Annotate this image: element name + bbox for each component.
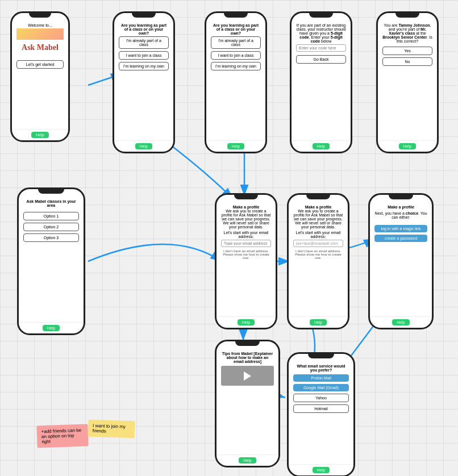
choice2-option1[interactable]: I'm already part of a class (211, 36, 261, 49)
phone-notch (308, 354, 334, 358)
video-placeholder[interactable] (221, 366, 274, 386)
phone-welcome: Welcome to... Ask Mabel Let's get starte… (10, 11, 70, 142)
profile1-no-email: I don't have an email address. Please sh… (221, 249, 271, 260)
go-back-button[interactable]: Go Back (296, 55, 346, 64)
phone-notch (132, 13, 156, 18)
tips-title: Tips from Mabel [Explainer about how to … (221, 352, 274, 364)
choice2-option3[interactable]: I'm learning on my own (211, 62, 261, 70)
welcome-banner (16, 28, 64, 40)
classes-title: Ask Mabel classes in your area (23, 199, 79, 207)
get-started-button[interactable]: Let's get started (16, 60, 64, 69)
phone-notch (395, 13, 419, 18)
fivedigit-desc: If you are part of an existing class, yo… (296, 23, 346, 43)
option1-button[interactable]: Option 1 (23, 212, 79, 220)
help-button-emailservice[interactable]: Help (313, 467, 330, 473)
hotmail-button[interactable]: Hotmail (293, 404, 349, 413)
help-button-classes[interactable]: Help (43, 325, 60, 331)
welcome-logo: Ask Mabel (22, 43, 59, 52)
magic-link-button[interactable]: log in with a magic link (374, 225, 427, 232)
help-button-welcome[interactable]: Help (31, 132, 48, 138)
phone-notch (234, 195, 258, 199)
phone-choice1: Are you learning as part of a class or o… (113, 11, 175, 153)
phone-emailservice: What email service would you prefer? Pro… (287, 352, 355, 476)
yahoo-button[interactable]: Yahoo (293, 394, 349, 402)
help-button-choice2[interactable]: Help (227, 143, 244, 149)
profile1-desc: We ask you to create a profile for Ask M… (221, 209, 271, 229)
phone-profile3: Make a profile Next, you have a choice. … (368, 193, 434, 329)
phone-notch (29, 13, 52, 18)
profile2-desc: We ask you to create a profile for Ask M… (293, 209, 343, 229)
profile2-title: Make a profile (305, 205, 332, 209)
phone-notch (224, 13, 248, 18)
play-icon (244, 371, 251, 381)
profile3-subtitle: Next, you have a choice. You can either: (374, 211, 427, 219)
choice1-option3[interactable]: I'm learning on my own (119, 62, 169, 70)
option2-button[interactable]: Option 2 (23, 223, 79, 231)
profile2-prompt: Let's start with your email address: (293, 231, 343, 239)
choice1-option1[interactable]: I'm already part of a class (119, 36, 169, 49)
phone-notch (309, 13, 333, 18)
sticky-pink-text: +add friends can be an option on top rig… (41, 428, 82, 444)
help-button-profile3[interactable]: Help (392, 319, 409, 325)
phone-notch (389, 195, 414, 199)
profile1-prompt: Let's start with your email address: (221, 231, 271, 239)
sticky-yellow-text: I want to join my friends (93, 423, 126, 434)
help-button-tips[interactable]: Help (239, 457, 256, 464)
create-password-button[interactable]: create a password (374, 235, 427, 242)
choice1-option2[interactable]: I want to join a class (119, 51, 169, 60)
choice1-question: Are you learning as part of a class or o… (119, 23, 169, 35)
phone-notch (235, 341, 260, 346)
sticky-yellow: I want to join my friends (88, 420, 135, 439)
help-button-choice1[interactable]: Help (135, 143, 152, 149)
fivedigit-input[interactable] (296, 44, 346, 52)
profile2-no-email: I don't have an email address. Please sh… (293, 249, 343, 260)
phone-profile2: Make a profile We ask you to create a pr… (287, 193, 349, 329)
gmail-button[interactable]: Google Mail (Gmail) (293, 384, 349, 391)
profile3-title: Make a profile (388, 205, 414, 209)
help-button-confirm[interactable]: Help (399, 143, 416, 149)
phone-classes: Ask Mabel classes in your area Option 1 … (17, 187, 85, 335)
yes-button[interactable]: Yes (382, 47, 432, 55)
choice2-option2[interactable]: I want to join a class (211, 51, 261, 60)
help-button-profile2[interactable]: Help (310, 319, 327, 325)
phone-choice2: Are you learning as part of a class or o… (205, 11, 267, 153)
phone-fivedigit: If you are part of an existing class, yo… (290, 11, 352, 153)
welcome-title: Welcome to... (28, 23, 52, 27)
option3-button[interactable]: Option 3 (23, 233, 79, 242)
phone-profile1: Make a profile We ask you to create a pr… (215, 193, 277, 329)
sticky-pink: +add friends can be an option on top rig… (36, 424, 88, 448)
no-button[interactable]: No (382, 57, 432, 66)
help-button-fivedigit[interactable]: Help (313, 143, 330, 149)
choice2-question: Are you learning as part of a class or o… (211, 23, 261, 35)
phone-notch (306, 195, 330, 199)
phone-confirm: You are Tammy Johnson, and you're part o… (376, 11, 439, 153)
profile1-email-input[interactable] (221, 240, 271, 247)
confirm-text: You are Tammy Johnson, and you're part o… (382, 23, 432, 43)
help-button-profile1[interactable]: Help (238, 319, 255, 325)
phone-notch (38, 189, 64, 194)
emailservice-question: What email service would you prefer? (293, 364, 349, 372)
profile1-title: Make a profile (233, 205, 260, 209)
profile2-email-input[interactable] (293, 240, 343, 247)
phone-tips: Tips from Mabel [Explainer about how to … (215, 340, 280, 467)
protonmail-button[interactable]: Proton Mail (293, 374, 349, 382)
